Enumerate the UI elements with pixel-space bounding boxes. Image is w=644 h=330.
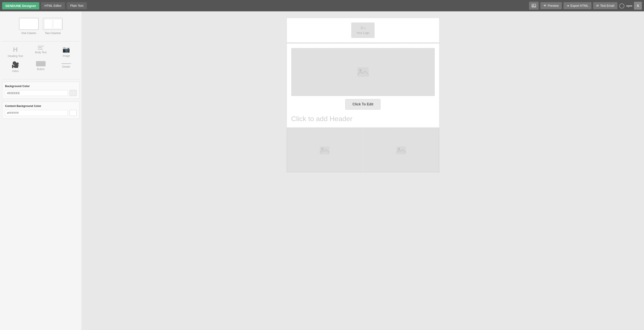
header-placeholder[interactable]: Click to add Header — [291, 113, 435, 123]
col-right-image-icon — [396, 146, 406, 154]
email-canvas: Your Logo Click To Edit Click to add Hea… — [287, 18, 439, 172]
two-columns-label: Two Columns — [45, 32, 61, 35]
image-element[interactable]: 📷 Image — [55, 46, 77, 58]
col-right-preview — [53, 19, 61, 29]
sidebar: One Column Two Columns H Heading Text — [0, 11, 82, 330]
export-html-button[interactable]: ➔ Export HTML — [564, 2, 592, 9]
content-background-color-input[interactable] — [5, 110, 68, 116]
background-color-panel: Background Color — [2, 82, 80, 99]
content-background-color-row — [5, 110, 76, 116]
content-background-color-title: Content Background Color — [5, 104, 76, 108]
col-left-preview — [44, 19, 52, 29]
one-column-preview — [19, 18, 38, 30]
body-text-icon — [38, 46, 44, 50]
layout-blocks: One Column Two Columns — [2, 16, 80, 37]
image-icon-button[interactable] — [529, 2, 539, 10]
image-element-icon: 📷 — [62, 46, 70, 53]
video-label: Video — [12, 70, 18, 73]
svg-point-3 — [361, 27, 362, 28]
html-editor-button[interactable]: HTML Editor — [41, 2, 65, 9]
main-layout: One Column Two Columns H Heading Text — [0, 11, 644, 330]
background-color-row — [5, 90, 76, 96]
hero-section[interactable]: Click To Edit Click to add Header — [287, 44, 439, 127]
body-text-element[interactable]: Body Text — [30, 46, 52, 58]
one-column-label: One Column — [22, 32, 36, 35]
logo-image-icon — [360, 26, 366, 30]
plain-text-button[interactable]: Plain Text — [67, 2, 87, 9]
click-to-edit-button[interactable]: Click To Edit — [345, 99, 381, 110]
background-color-swatch[interactable] — [70, 90, 76, 96]
svg-rect-2 — [360, 26, 366, 30]
two-columns-block[interactable]: Two Columns — [43, 18, 62, 35]
eye-icon: 👁 — [544, 4, 546, 8]
body-text-label: Body Text — [35, 51, 46, 54]
button-icon — [36, 61, 46, 66]
video-element[interactable]: 🎥 Video — [4, 61, 26, 73]
content-background-color-panel: Content Background Color — [2, 102, 80, 119]
one-column-block[interactable]: One Column — [19, 18, 38, 35]
svg-point-1 — [533, 5, 534, 6]
heading-icon: H — [13, 46, 18, 53]
svg-rect-8 — [396, 146, 406, 154]
npm-label: npm — [626, 4, 632, 8]
github-button[interactable]: ◯ — [619, 3, 624, 9]
background-color-title: Background Color — [5, 85, 76, 88]
col-left-image-icon — [320, 146, 330, 154]
svg-rect-6 — [320, 146, 330, 154]
svg-point-9 — [398, 148, 400, 150]
image-icon — [532, 4, 536, 8]
hero-image-icon — [357, 67, 369, 77]
hero-image-placeholder — [291, 48, 435, 96]
export-icon: ➔ — [566, 4, 569, 8]
svg-rect-4 — [357, 67, 369, 77]
svg-point-5 — [359, 69, 362, 72]
preview-button[interactable]: 👁 Preview — [540, 2, 562, 9]
image-label: Image — [62, 54, 70, 57]
heading-text-label: Heading Text — [8, 55, 23, 58]
elements-grid: H Heading Text Body Text 📷 Image 🎥 Video — [2, 44, 80, 77]
divider-element[interactable]: Divider — [55, 61, 77, 73]
divider-after-elements — [2, 79, 80, 80]
two-columns-preview — [43, 18, 62, 30]
topnav: SENDUNE Designer HTML Editor Plain Text … — [0, 0, 644, 11]
button-label: Button — [37, 68, 45, 71]
divider-after-layout — [2, 41, 80, 42]
two-col-left[interactable] — [287, 129, 362, 172]
mail-icon: ✉ — [596, 4, 599, 8]
canvas-area: Your Logo Click To Edit Click to add Hea… — [82, 11, 644, 330]
logo-placeholder: Your Logo — [351, 23, 374, 38]
heading-text-element[interactable]: H Heading Text — [4, 46, 26, 58]
content-background-color-swatch[interactable] — [70, 110, 76, 116]
svg-point-7 — [321, 148, 324, 150]
brand-logo: SENDUNE Designer — [2, 2, 39, 10]
two-col-right[interactable] — [364, 129, 439, 172]
sendune-icon: S — [634, 2, 642, 10]
logo-section[interactable]: Your Logo — [287, 18, 439, 43]
logo-text: Your Logo — [356, 31, 369, 35]
button-element[interactable]: Button — [30, 61, 52, 73]
divider-icon — [62, 63, 71, 64]
background-color-input[interactable] — [5, 90, 68, 96]
video-icon: 🎥 — [12, 61, 19, 68]
test-email-button[interactable]: ✉ Test Email — [593, 2, 618, 9]
two-col-section — [287, 128, 439, 172]
divider-label: Divider — [62, 65, 70, 68]
